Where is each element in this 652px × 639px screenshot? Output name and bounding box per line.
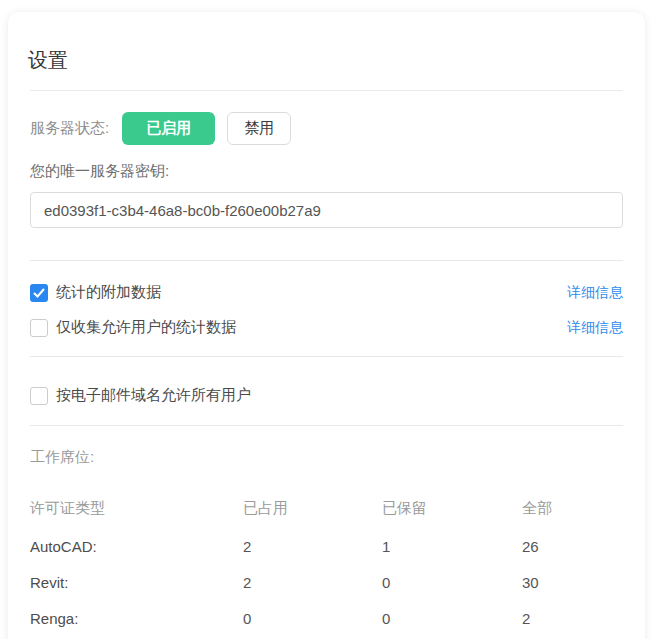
license-name: AutoCAD: <box>30 538 243 555</box>
divider <box>30 260 623 261</box>
total-value: 26 <box>522 538 623 555</box>
divider <box>30 425 623 426</box>
allowed-users-stats-details-link[interactable]: 详细信息 <box>567 319 623 337</box>
total-value: 30 <box>522 574 623 591</box>
additional-stats-label: 统计的附加数据 <box>56 283 161 302</box>
divider <box>30 90 623 91</box>
checkbox-row-allowed-users-stats: 仅收集允许用户的统计数据 详细信息 <box>30 318 623 337</box>
checkmark-icon <box>33 288 45 298</box>
total-value: 2 <box>522 610 623 627</box>
column-header-reserved: 已保留 <box>382 499 522 518</box>
server-key-input[interactable] <box>30 192 623 228</box>
server-status-row: 服务器状态: 已启用 禁用 <box>30 112 623 145</box>
reserved-value: 0 <box>382 574 522 591</box>
server-enabled-button[interactable]: 已启用 <box>122 112 215 145</box>
email-domain-label: 按电子邮件域名允许所有用户 <box>56 386 251 405</box>
additional-stats-checkbox[interactable] <box>30 284 48 302</box>
additional-stats-details-link[interactable]: 详细信息 <box>567 284 623 302</box>
divider <box>30 356 623 357</box>
server-disable-button[interactable]: 禁用 <box>227 112 291 145</box>
table-row: Renga: 0 0 2 <box>30 600 623 636</box>
column-header-occupied: 已占用 <box>243 499 382 518</box>
license-seats-table: 许可证类型 已占用 已保留 全部 AutoCAD: 2 1 26 Revit: … <box>30 497 623 636</box>
reserved-value: 0 <box>382 610 522 627</box>
checkbox-row-email-domain: 按电子邮件域名允许所有用户 <box>30 386 623 405</box>
table-row: Revit: 2 0 30 <box>30 564 623 600</box>
license-name: Revit: <box>30 574 243 591</box>
seats-section-label: 工作席位: <box>30 448 623 467</box>
occupied-value: 2 <box>243 574 382 591</box>
page-title: 设置 <box>8 12 645 90</box>
column-header-total: 全部 <box>522 499 623 518</box>
checkbox-row-additional-stats: 统计的附加数据 详细信息 <box>30 283 623 302</box>
license-name: Renga: <box>30 610 243 627</box>
reserved-value: 1 <box>382 538 522 555</box>
column-header-license-type: 许可证类型 <box>30 499 243 518</box>
occupied-value: 0 <box>243 610 382 627</box>
settings-card: 设置 服务器状态: 已启用 禁用 您的唯一服务器密钥: 统计的附加数据 详细信息… <box>8 12 645 639</box>
email-domain-checkbox[interactable] <box>30 387 48 405</box>
table-header-row: 许可证类型 已占用 已保留 全部 <box>30 497 623 519</box>
allowed-users-stats-label: 仅收集允许用户的统计数据 <box>56 318 236 337</box>
server-key-label: 您的唯一服务器密钥: <box>30 162 623 181</box>
table-row: AutoCAD: 2 1 26 <box>30 528 623 564</box>
occupied-value: 2 <box>243 538 382 555</box>
server-status-label: 服务器状态: <box>30 119 109 138</box>
allowed-users-stats-checkbox[interactable] <box>30 319 48 337</box>
